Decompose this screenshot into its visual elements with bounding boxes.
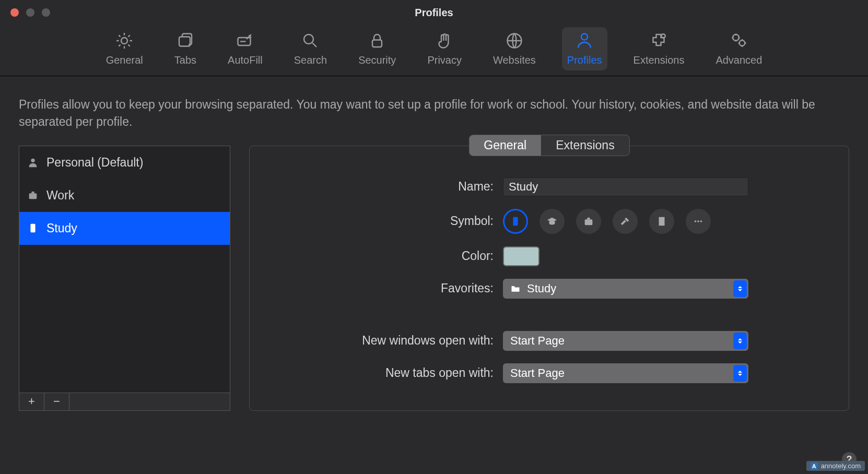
hand-icon bbox=[434, 30, 455, 51]
symbol-building[interactable] bbox=[649, 209, 674, 234]
new-windows-value: Start Page bbox=[510, 334, 565, 348]
tab-extensions[interactable]: Extensions bbox=[628, 27, 690, 70]
tab-label: AutoFill bbox=[228, 54, 263, 66]
watermark: A annotely.com bbox=[806, 461, 865, 471]
profile-subtabs: General Extensions bbox=[468, 135, 629, 156]
symbol-label: Symbol: bbox=[250, 214, 503, 228]
tab-label: Tabs bbox=[174, 54, 196, 66]
profile-icon bbox=[574, 30, 595, 51]
color-label: Color: bbox=[250, 249, 503, 263]
new-windows-dropdown[interactable]: Start Page bbox=[503, 331, 748, 351]
tab-autofill[interactable]: AutoFill bbox=[222, 27, 268, 70]
tabs-icon bbox=[175, 30, 196, 51]
folder-icon bbox=[510, 283, 521, 294]
symbol-more[interactable] bbox=[686, 209, 711, 234]
gears-icon bbox=[729, 30, 749, 51]
favorites-value: Study bbox=[527, 282, 556, 295]
tab-label: Websites bbox=[493, 54, 536, 66]
lock-icon bbox=[367, 30, 388, 51]
watermark-text: annotely.com bbox=[821, 462, 861, 470]
new-windows-label: New windows open with: bbox=[250, 334, 503, 348]
profile-list-toolbar: + − bbox=[19, 393, 230, 410]
profile-row-personal[interactable]: Personal (Default) bbox=[19, 146, 230, 179]
close-button[interactable] bbox=[10, 8, 19, 17]
profile-label: Personal (Default) bbox=[46, 156, 143, 170]
dropdown-stepper-icon bbox=[733, 365, 747, 382]
tab-label: Profiles bbox=[567, 54, 602, 66]
profile-label: Study bbox=[46, 221, 77, 235]
subtab-general[interactable]: General bbox=[469, 135, 541, 156]
profile-label: Work bbox=[46, 188, 74, 203]
maximize-button[interactable] bbox=[42, 8, 50, 17]
color-picker[interactable] bbox=[503, 246, 539, 266]
window-title: Profiles bbox=[415, 7, 453, 19]
profile-row-study[interactable]: Study bbox=[19, 212, 230, 245]
profile-name-input[interactable] bbox=[503, 177, 748, 196]
briefcase-icon bbox=[27, 189, 39, 202]
symbol-briefcase[interactable] bbox=[576, 209, 601, 234]
subtab-extensions[interactable]: Extensions bbox=[541, 135, 629, 156]
profile-form: Name: Symbol: bbox=[250, 146, 849, 383]
profile-row-work[interactable]: Work bbox=[19, 179, 230, 212]
tab-label: Search bbox=[294, 54, 327, 66]
globe-icon bbox=[504, 30, 525, 51]
tab-label: Security bbox=[358, 54, 396, 66]
add-profile-button[interactable]: + bbox=[19, 393, 44, 410]
dropdown-stepper-icon bbox=[733, 280, 747, 297]
symbol-grad-cap[interactable] bbox=[539, 209, 565, 234]
favorites-dropdown[interactable]: Study bbox=[503, 279, 748, 299]
symbol-badge[interactable] bbox=[503, 209, 528, 234]
tab-security[interactable]: Security bbox=[353, 27, 401, 70]
tab-privacy[interactable]: Privacy bbox=[422, 27, 467, 70]
tab-general[interactable]: General bbox=[101, 27, 148, 70]
preferences-toolbar: General Tabs AutoFill Search Security Pr… bbox=[0, 25, 868, 76]
tab-label: General bbox=[106, 54, 143, 66]
window-controls bbox=[10, 8, 50, 17]
tab-profiles[interactable]: Profiles bbox=[562, 27, 607, 70]
dropdown-stepper-icon bbox=[733, 333, 747, 349]
profile-list: Personal (Default) Work Study bbox=[19, 146, 230, 393]
autofill-icon bbox=[234, 30, 255, 51]
new-tabs-dropdown[interactable]: Start Page bbox=[503, 363, 748, 383]
remove-profile-button[interactable]: − bbox=[44, 393, 69, 410]
tab-advanced[interactable]: Advanced bbox=[710, 27, 767, 70]
favorites-label: Favorites: bbox=[250, 281, 503, 295]
watermark-icon: A bbox=[811, 463, 818, 470]
profile-detail-panel: General Extensions Name: Symbol: bbox=[249, 146, 849, 411]
tab-label: Extensions bbox=[634, 54, 685, 66]
tab-websites[interactable]: Websites bbox=[488, 27, 541, 70]
tab-label: Advanced bbox=[715, 54, 762, 66]
profiles-description: Profiles allow you to keep your browsing… bbox=[0, 76, 868, 146]
gear-icon bbox=[114, 30, 135, 51]
name-label: Name: bbox=[250, 180, 503, 194]
puzzle-icon bbox=[648, 30, 669, 51]
symbol-picker bbox=[503, 209, 796, 234]
badge-icon bbox=[27, 222, 39, 234]
tab-label: Privacy bbox=[427, 54, 462, 66]
symbol-hammer[interactable] bbox=[613, 209, 638, 234]
person-icon bbox=[27, 156, 39, 169]
tab-search[interactable]: Search bbox=[289, 27, 332, 70]
profile-list-panel: Personal (Default) Work Study + − bbox=[19, 146, 230, 411]
new-tabs-value: Start Page bbox=[510, 366, 565, 380]
new-tabs-label: New tabs open with: bbox=[250, 366, 503, 380]
tab-tabs[interactable]: Tabs bbox=[169, 27, 202, 70]
titlebar: Profiles bbox=[0, 0, 868, 25]
minimize-button[interactable] bbox=[26, 8, 34, 17]
search-icon bbox=[300, 30, 321, 51]
